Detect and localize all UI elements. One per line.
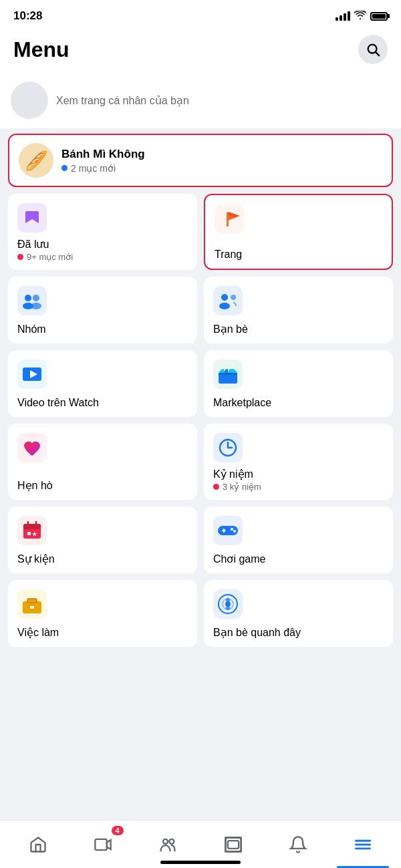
svg-rect-19 xyxy=(219,373,237,375)
menu-grid: Đã lưu 9+ mục mới Trang xyxy=(0,194,401,647)
bell-icon xyxy=(289,835,307,854)
nav-notifications[interactable] xyxy=(265,821,330,868)
menu-item-label: Video trên Watch xyxy=(17,397,188,409)
friends-icon xyxy=(213,286,243,315)
svg-rect-47 xyxy=(95,839,107,849)
menu-item-jobs[interactable]: Việc làm xyxy=(8,580,197,647)
dating-icon xyxy=(17,433,47,462)
svg-text:★: ★ xyxy=(32,531,37,537)
memories-icon xyxy=(213,433,243,462)
menu-item-label: Bạn bè xyxy=(213,323,384,335)
user-name: Bánh Mì Không xyxy=(61,148,145,161)
header: Menu xyxy=(0,29,401,75)
svg-point-45 xyxy=(226,598,230,602)
user-card[interactable]: 🥖 Bánh Mì Không 2 mục mới xyxy=(8,134,393,187)
svg-point-11 xyxy=(221,294,228,301)
profile-section[interactable]: Xem trang cá nhân của bạn xyxy=(0,75,401,128)
menu-item-watch[interactable]: Video trên Watch xyxy=(8,350,197,417)
status-time: 10:28 xyxy=(13,9,42,23)
nav-menu[interactable] xyxy=(331,821,396,868)
svg-point-50 xyxy=(170,839,174,843)
svg-point-6 xyxy=(25,295,31,301)
video-nav-icon xyxy=(94,835,112,854)
marketplace-icon xyxy=(213,359,243,389)
menu-item-gaming[interactable]: Chơi game xyxy=(204,507,393,573)
menu-item-label: Chơi game xyxy=(213,553,384,565)
groups-nav-icon xyxy=(158,835,177,854)
menu-item-label: Việc làm xyxy=(17,626,188,639)
user-info: Bánh Mì Không 2 mục mới xyxy=(61,148,145,174)
status-bar: 10:28 xyxy=(0,0,401,29)
svg-rect-5 xyxy=(17,286,47,315)
menu-item-groups[interactable]: Nhóm xyxy=(8,277,197,343)
search-button[interactable] xyxy=(358,35,388,64)
nav-video[interactable]: 4 xyxy=(70,821,135,868)
jobs-icon xyxy=(17,589,47,619)
user-badge: 2 mục mới xyxy=(61,163,145,174)
menu-item-label: Trang xyxy=(215,249,382,261)
video-badge: 4 xyxy=(112,826,124,835)
menu-item-memories[interactable]: Kỷ niệm 3 kỷ niệm xyxy=(204,424,393,500)
gaming-nav-icon xyxy=(224,835,243,854)
svg-point-7 xyxy=(33,295,39,301)
svg-point-13 xyxy=(231,295,236,300)
home-icon xyxy=(29,835,47,854)
svg-rect-29 xyxy=(27,532,31,535)
bookmark-icon xyxy=(17,203,47,233)
user-avatar: 🥖 xyxy=(19,143,53,178)
watch-icon xyxy=(17,359,47,389)
badge-text: 2 mục mới xyxy=(71,163,116,174)
red-dot xyxy=(17,254,23,260)
nearby-icon xyxy=(213,589,243,619)
menu-item-label: Bạn bè quanh đây xyxy=(213,626,384,639)
svg-rect-39 xyxy=(27,599,37,603)
status-icons xyxy=(336,11,388,22)
gaming-icon xyxy=(213,516,243,545)
menu-item-friends[interactable]: Bạn bè xyxy=(204,277,393,343)
menu-item-label: Kỷ niệm xyxy=(213,468,384,480)
svg-marker-48 xyxy=(107,840,111,849)
svg-point-36 xyxy=(233,530,236,533)
pages-icon xyxy=(215,204,244,234)
svg-point-49 xyxy=(163,839,168,843)
menu-item-label: Marketplace xyxy=(213,397,384,409)
menu-nav-icon xyxy=(354,835,372,854)
menu-item-saved[interactable]: Đã lưu 9+ mục mới xyxy=(8,194,197,270)
red-dot xyxy=(213,484,219,490)
menu-item-marketplace[interactable]: Marketplace xyxy=(204,350,393,417)
svg-rect-26 xyxy=(23,527,41,529)
svg-point-35 xyxy=(231,528,233,531)
wifi-icon xyxy=(354,11,366,22)
svg-point-9 xyxy=(31,303,41,309)
profile-text: Xem trang cá nhân của bạn xyxy=(56,94,189,107)
nav-home[interactable] xyxy=(5,821,70,868)
menu-item-label: Nhóm xyxy=(17,323,188,335)
menu-item-label: Hẹn hò xyxy=(17,479,188,492)
svg-point-12 xyxy=(219,303,230,309)
svg-point-46 xyxy=(226,606,230,610)
search-icon xyxy=(366,42,380,57)
events-icon: ★ xyxy=(17,516,47,545)
battery-icon xyxy=(370,12,388,21)
page-title: Menu xyxy=(13,37,70,62)
groups-icon xyxy=(17,286,47,315)
menu-item-label: Đã lưu xyxy=(17,238,188,251)
svg-rect-4 xyxy=(227,212,229,227)
menu-item-nearby[interactable]: Bạn bè quanh đây xyxy=(204,580,393,647)
signal-icon xyxy=(336,11,350,21)
menu-item-sub: 9+ mục mới xyxy=(17,252,188,262)
avatar xyxy=(11,82,48,119)
svg-rect-40 xyxy=(30,606,34,609)
svg-point-44 xyxy=(225,601,231,607)
menu-item-events[interactable]: ★ Sự kiện xyxy=(8,507,197,573)
menu-item-label: Sự kiện xyxy=(17,553,188,565)
svg-rect-10 xyxy=(213,286,243,315)
menu-item-pages[interactable]: Trang xyxy=(204,194,393,270)
svg-line-1 xyxy=(376,52,379,55)
menu-item-dating[interactable]: Hẹn hò xyxy=(8,424,197,500)
home-indicator xyxy=(160,861,241,864)
menu-item-sub: 3 kỷ niệm xyxy=(213,482,384,492)
badge-dot xyxy=(61,165,68,171)
